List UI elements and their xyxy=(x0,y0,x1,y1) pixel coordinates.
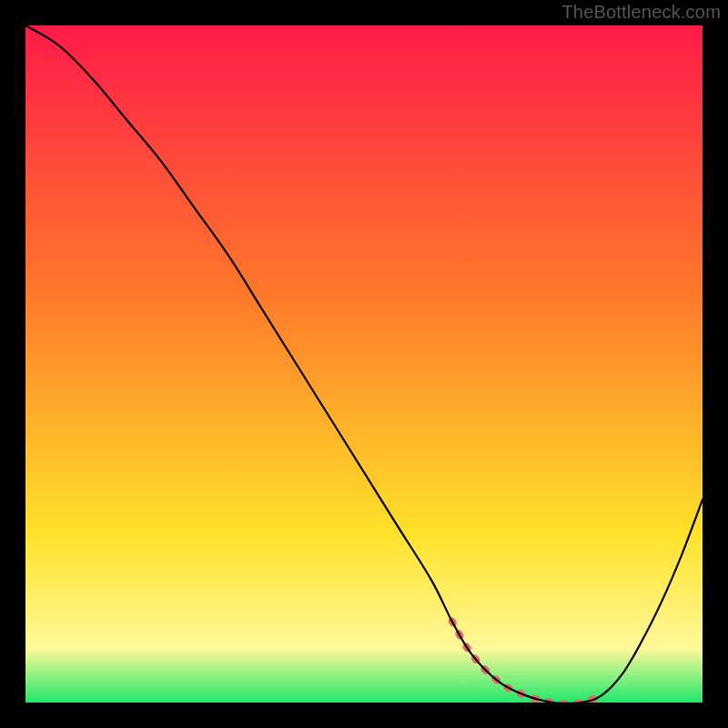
chart-frame: TheBottleneck.com xyxy=(0,0,728,728)
plot-svg xyxy=(25,25,703,703)
bottleneck-plot xyxy=(25,25,703,703)
watermark-label: TheBottleneck.com xyxy=(561,2,721,23)
gradient-background xyxy=(25,25,703,703)
